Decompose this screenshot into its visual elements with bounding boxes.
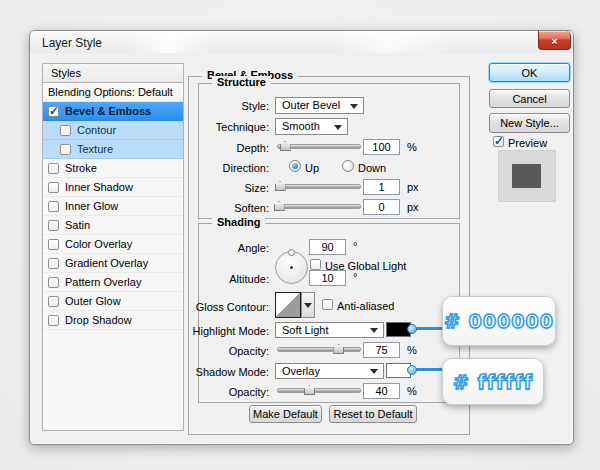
styles-list: Blending Options: DefaultBevel & EmbossC…	[42, 83, 184, 431]
slider-track	[277, 184, 361, 189]
angle-label: Angle:	[238, 242, 269, 254]
soften-label: Soften:	[234, 202, 269, 214]
depth-input[interactable]: 100	[363, 139, 400, 155]
sidebar-item-inner-shadow[interactable]: Inner Shadow	[43, 178, 183, 197]
sidebar-item-pattern-overlay[interactable]: Pattern Overlay	[43, 273, 183, 292]
size-unit: px	[407, 181, 419, 193]
new-style-button[interactable]: New Style...	[489, 113, 570, 133]
callout-black-text: # 000000	[444, 310, 554, 332]
shadow-opacity-input[interactable]: 40	[363, 383, 400, 399]
highlight-mode-value: Soft Light	[282, 324, 328, 336]
sidebar-item-gradient-overlay[interactable]: Gradient Overlay	[43, 254, 183, 273]
angle-dial-knob-icon[interactable]	[288, 249, 295, 256]
highlight-opacity-unit: %	[407, 344, 417, 356]
style-enable-checkbox[interactable]	[48, 315, 59, 326]
reset-to-default-button[interactable]: Reset to Default	[329, 405, 417, 423]
sidebar-item-drop-shadow[interactable]: Drop Shadow	[43, 311, 183, 330]
preview-checkbox[interactable]	[493, 136, 504, 147]
slider-thumb-icon[interactable]	[275, 181, 286, 191]
sidebar-item-bevel-emboss[interactable]: Bevel & Emboss	[43, 102, 183, 121]
altitude-label: Altitude:	[229, 273, 269, 285]
shadow-mode-dropdown[interactable]: Overlay	[275, 363, 384, 379]
dropdown-arrow-icon	[304, 303, 312, 308]
close-button[interactable]: ×	[538, 31, 571, 50]
size-input[interactable]: 1	[363, 179, 400, 195]
preview-thumbnail	[498, 150, 556, 202]
color-callout-white: # ffffff	[442, 358, 544, 405]
sidebar-item-outer-glow[interactable]: Outer Glow	[43, 292, 183, 311]
sidebar-item-label: Contour	[77, 124, 116, 136]
slider-track	[277, 204, 361, 209]
depth-unit: %	[407, 141, 417, 153]
angle-dial-center-dot-icon	[290, 266, 293, 269]
style-label: Style:	[241, 100, 269, 112]
highlight-mode-label: Highlight Mode:	[193, 325, 269, 337]
highlight-mode-dropdown[interactable]: Soft Light	[275, 322, 384, 338]
callout-white-text: # ffffff	[453, 371, 533, 393]
style-enable-checkbox[interactable]	[48, 163, 59, 174]
close-icon: ×	[551, 35, 557, 47]
slider-thumb-icon[interactable]	[280, 141, 291, 151]
sidebar-item-label: Color Overlay	[65, 238, 132, 250]
slider-thumb-icon[interactable]	[304, 385, 315, 395]
style-enable-checkbox[interactable]	[48, 277, 59, 288]
make-default-button[interactable]: Make Default	[249, 405, 322, 423]
structure-legend: Structure	[212, 76, 271, 88]
shadow-opacity-slider[interactable]	[277, 383, 361, 397]
cancel-button[interactable]: Cancel	[489, 89, 570, 108]
style-enable-checkbox[interactable]	[48, 296, 59, 307]
style-enable-checkbox[interactable]	[48, 106, 59, 117]
styles-header: Styles	[42, 63, 184, 83]
dropdown-arrow-icon	[370, 369, 378, 374]
size-slider[interactable]	[277, 179, 361, 193]
sidebar-item-color-overlay[interactable]: Color Overlay	[43, 235, 183, 254]
style-enable-checkbox[interactable]	[60, 144, 71, 155]
shadow-opacity-label: Opacity:	[229, 386, 269, 398]
style-enable-checkbox[interactable]	[48, 258, 59, 269]
anti-aliased-label: Anti-aliased	[337, 300, 394, 312]
gloss-contour-label: Gloss Contour:	[196, 301, 269, 313]
soften-unit: px	[407, 201, 419, 213]
sidebar-item-satin[interactable]: Satin	[43, 216, 183, 235]
angle-input[interactable]: 90	[309, 239, 346, 255]
ok-button[interactable]: OK	[489, 63, 570, 82]
anti-aliased-checkbox[interactable]	[322, 299, 333, 310]
highlight-opacity-slider[interactable]	[277, 342, 361, 356]
gloss-contour-swatch[interactable]	[275, 292, 301, 318]
sidebar-item-inner-glow[interactable]: Inner Glow	[43, 197, 183, 216]
altitude-input[interactable]: 10	[309, 270, 346, 286]
sidebar-item-contour[interactable]: Contour	[43, 121, 183, 140]
layer-style-dialog: Layer Style × Styles Blending Options: D…	[29, 30, 574, 445]
style-enable-checkbox[interactable]	[48, 201, 59, 212]
direction-up-radio[interactable]	[289, 160, 301, 172]
style-enable-checkbox[interactable]	[48, 182, 59, 193]
style-value: Outer Bevel	[282, 99, 340, 111]
callout-connector-dot-icon	[407, 324, 417, 334]
style-enable-checkbox[interactable]	[48, 239, 59, 250]
sidebar-item-label: Texture	[77, 143, 113, 155]
sidebar-item-stroke[interactable]: Stroke	[43, 159, 183, 178]
sidebar-item-label: Gradient Overlay	[65, 257, 148, 269]
use-global-light-checkbox[interactable]	[310, 259, 321, 270]
sidebar-item-texture[interactable]: Texture	[43, 140, 183, 159]
style-enable-checkbox[interactable]	[48, 220, 59, 231]
direction-down-label: Down	[358, 162, 386, 174]
technique-dropdown[interactable]: Smooth	[275, 118, 348, 135]
soften-input[interactable]: 0	[363, 199, 400, 215]
style-dropdown[interactable]: Outer Bevel	[275, 97, 364, 114]
title-bar[interactable]: Layer Style	[30, 31, 573, 53]
technique-value: Smooth	[282, 120, 320, 132]
slider-thumb-icon[interactable]	[333, 344, 344, 354]
depth-label: Depth:	[237, 142, 269, 154]
gloss-contour-dropdown-button[interactable]	[301, 292, 315, 318]
sidebar-item-label: Bevel & Emboss	[65, 105, 151, 117]
depth-slider[interactable]	[277, 139, 361, 153]
sidebar-item-label: Inner Shadow	[65, 181, 133, 193]
direction-down-radio[interactable]	[342, 160, 354, 172]
shadow-mode-label: Shadow Mode:	[196, 366, 269, 378]
angle-dial[interactable]	[275, 251, 308, 284]
soften-slider[interactable]	[277, 199, 361, 213]
highlight-opacity-input[interactable]: 75	[363, 342, 400, 358]
style-enable-checkbox[interactable]	[60, 125, 71, 136]
sidebar-item-blending-options-default[interactable]: Blending Options: Default	[43, 83, 183, 102]
